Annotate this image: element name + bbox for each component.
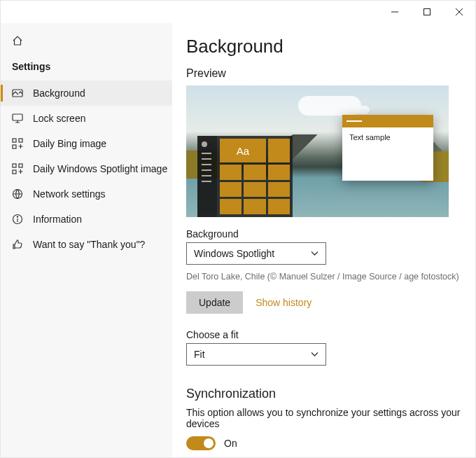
svg-rect-8 [13, 145, 16, 148]
sidebar-header: Settings [1, 54, 172, 81]
globe-icon [12, 188, 23, 200]
home-icon [12, 35, 23, 46]
sidebar-item-network[interactable]: Network settings [1, 181, 172, 207]
sidebar-item-label: Background [33, 88, 85, 99]
sidebar-item-label: Daily Bing image [33, 138, 106, 149]
preview-label: Preview [186, 67, 461, 80]
page-title: Background [186, 36, 461, 57]
svg-rect-7 [19, 139, 22, 142]
fit-dropdown[interactable]: Fit [186, 343, 326, 366]
svg-point-15 [17, 216, 18, 217]
minimize-button[interactable] [379, 1, 411, 23]
home-button[interactable] [1, 27, 172, 54]
svg-rect-11 [13, 170, 16, 174]
image-credit: Del Toro Lake, Chile (© Manuel Sulzer / … [186, 272, 461, 282]
preview-tile-text: Aa [220, 139, 266, 162]
sync-title: Synchronization [186, 387, 461, 401]
chevron-down-icon [311, 349, 318, 360]
background-selected: Windows Spotlight [194, 248, 274, 259]
preview-window-text: Text sample [342, 127, 433, 147]
svg-rect-6 [13, 139, 16, 142]
svg-rect-10 [19, 164, 22, 167]
chevron-down-icon [311, 248, 318, 259]
sidebar-item-daily-spotlight[interactable]: Daily Windows Spotlight image [1, 156, 172, 181]
sidebar-item-information[interactable]: Information [1, 207, 172, 232]
maximize-button[interactable] [411, 1, 443, 23]
sync-description: This option allows you to synchronize yo… [186, 407, 461, 429]
close-button[interactable] [443, 1, 475, 23]
apps-icon [12, 138, 23, 149]
sidebar-item-label: Daily Windows Spotlight image [33, 163, 167, 174]
sidebar-item-label: Information [33, 214, 82, 225]
sidebar-item-label: Want to say "Thank you"? [33, 239, 145, 250]
info-icon [12, 214, 23, 225]
background-label: Background [186, 228, 461, 240]
preview-start-menu: Aa [197, 136, 293, 217]
svg-rect-5 [13, 114, 22, 120]
sync-state-label: On [224, 438, 237, 449]
thumbs-up-icon [12, 239, 23, 250]
sidebar-item-label: Lock screen [33, 113, 85, 124]
sidebar-item-label: Network settings [33, 188, 105, 200]
preview-sample-window: Text sample [342, 115, 433, 181]
content: Background Preview Aa [172, 23, 475, 457]
svg-rect-1 [424, 9, 430, 15]
fit-label: Choose a fit [186, 329, 461, 340]
monitor-icon [12, 113, 23, 124]
sidebar-item-daily-bing[interactable]: Daily Bing image [1, 131, 172, 156]
fit-selected: Fit [194, 349, 205, 360]
svg-rect-9 [13, 164, 16, 167]
background-dropdown[interactable]: Windows Spotlight [186, 242, 326, 265]
show-history-link[interactable]: Show history [255, 297, 312, 308]
sidebar-item-thank-you[interactable]: Want to say "Thank you"? [1, 232, 172, 257]
sync-toggle[interactable] [186, 436, 216, 450]
sidebar-item-lock-screen[interactable]: Lock screen [1, 106, 172, 131]
picture-icon [12, 88, 23, 99]
sidebar: Settings Background Lock screen Daily Bi… [1, 23, 172, 457]
preview-image: Aa Text sample [186, 85, 449, 217]
update-button[interactable]: Update [186, 291, 243, 314]
sidebar-item-background[interactable]: Background [1, 81, 172, 106]
apps-icon [12, 163, 23, 174]
